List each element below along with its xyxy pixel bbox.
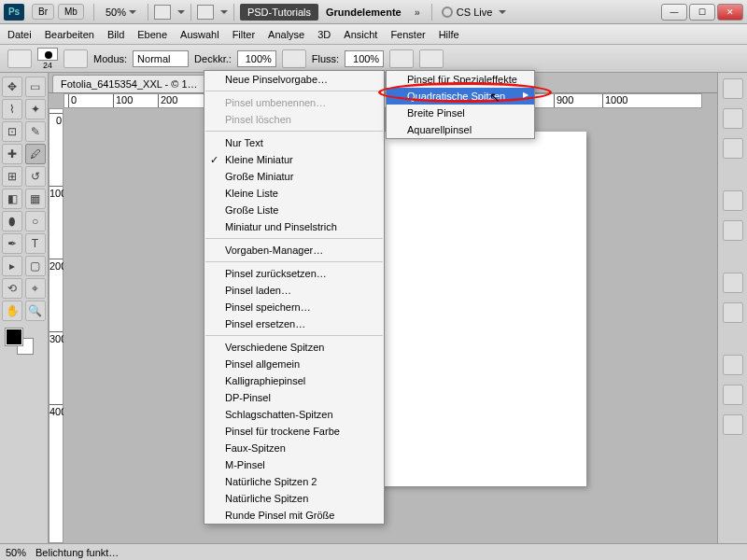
menu-hilfe[interactable]: Hilfe	[439, 29, 459, 40]
blur-tool[interactable]: ⬮	[2, 211, 22, 231]
cm-assorted[interactable]: Verschiedene Spitzen	[204, 339, 384, 356]
type-tool[interactable]: T	[25, 233, 46, 254]
arrange-icon[interactable]	[154, 5, 171, 20]
cm-small-thumb[interactable]: Kleine Miniatur	[204, 151, 384, 168]
eyedropper-tool[interactable]: ✎	[25, 121, 46, 142]
workspace-grundelemente[interactable]: Grundelemente	[318, 4, 409, 21]
cm-preset-manager[interactable]: Vorgaben-Manager…	[204, 242, 384, 259]
3d-tool[interactable]: ⟲	[2, 278, 22, 299]
cm-drymedia[interactable]: Pinsel für trockene Farbe	[204, 423, 384, 440]
gradient-tool[interactable]: ▦	[25, 189, 46, 209]
screenmode-icon[interactable]	[197, 5, 214, 20]
cm-special[interactable]: Pinsel für Spezialeffekte	[387, 71, 534, 88]
menu-3d[interactable]: 3D	[317, 29, 331, 40]
cm-large-list[interactable]: Große Liste	[204, 202, 384, 218]
menu-filter[interactable]: Filter	[233, 29, 255, 40]
eraser-tool[interactable]: ◧	[2, 189, 22, 209]
crop-tool[interactable]: ⊡	[2, 121, 22, 142]
channels-panel-icon[interactable]	[723, 385, 743, 405]
menu-fenster[interactable]: Fenster	[390, 29, 425, 40]
bridge-button[interactable]: Br	[32, 4, 54, 20]
history-panel-icon[interactable]	[723, 273, 743, 293]
minibridge-button[interactable]: Mb	[58, 4, 84, 20]
cm-stroke-thumb[interactable]: Miniatur und Pinselstrich	[204, 218, 384, 235]
document-tab[interactable]: Fotolia_6415354_XXL - © 1… ✕	[52, 75, 219, 92]
zoom-display[interactable]: 50%	[100, 7, 142, 18]
menu-ebene[interactable]: Ebene	[137, 29, 167, 40]
cm-faux[interactable]: Faux-Spitzen	[204, 440, 384, 456]
brush-tool[interactable]: 🖊	[25, 144, 46, 164]
pressure-size-icon[interactable]	[419, 49, 444, 68]
minimize-button[interactable]: —	[661, 4, 687, 21]
cm-wide[interactable]: Breite Pinsel	[387, 105, 534, 121]
cm-new-preset[interactable]: Neue Pinselvorgabe…	[204, 71, 384, 88]
cm-small-list[interactable]: Kleine Liste	[204, 185, 384, 202]
cm-replace[interactable]: Pinsel ersetzen…	[204, 315, 384, 332]
menu-ansicht[interactable]: Ansicht	[344, 29, 377, 40]
cm-round-size[interactable]: Runde Pinsel mit Größe	[204, 507, 384, 524]
cm-basic[interactable]: Pinsel allgemein	[204, 356, 384, 372]
3d-camera-tool[interactable]: ⌖	[25, 278, 46, 299]
cm-dp[interactable]: DP-Pinsel	[204, 389, 384, 406]
cm-save[interactable]: Pinsel speichern…	[204, 299, 384, 315]
hand-tool[interactable]: ✋	[2, 301, 22, 321]
zoom-tool[interactable]: 🔍	[25, 301, 46, 321]
workspace-psd-tutorials[interactable]: PSD-Tutorials	[240, 4, 318, 21]
brush-panel-button[interactable]	[63, 49, 88, 68]
move-tool[interactable]: ✥	[2, 77, 22, 97]
cm-text-only[interactable]: Nur Text	[204, 134, 384, 151]
path-select-tool[interactable]: ▸	[2, 256, 22, 276]
actions-panel-icon[interactable]	[723, 302, 743, 323]
color-panel-icon[interactable]	[723, 78, 743, 99]
layers-panel-icon[interactable]	[723, 355, 743, 375]
adjustments-panel-icon[interactable]	[723, 190, 743, 211]
menu-bearbeiten[interactable]: Bearbeiten	[45, 29, 94, 40]
menu-datei[interactable]: Datei	[7, 29, 32, 40]
toolbox: ✥ ▭ ⌇ ✦ ⊡ ✎ ✚ 🖊 ⊞ ↺ ◧ ▦ ⬮ ○ ✒ T ▸ ▢ ⟲ ⌖ …	[0, 73, 49, 543]
fg-color[interactable]	[6, 329, 22, 345]
fluss-input[interactable]: 100%	[345, 50, 384, 67]
cm-square[interactable]: Quadratische Spitzen	[387, 88, 534, 105]
fluss-label: Fluss:	[312, 53, 339, 64]
deckkraft-input[interactable]: 100%	[237, 50, 276, 67]
cslive-button[interactable]: CS Live	[442, 7, 507, 18]
maximize-button[interactable]: ☐	[689, 4, 715, 21]
patch-tool[interactable]: ✚	[2, 144, 22, 164]
menu-auswahl[interactable]: Auswahl	[180, 29, 219, 40]
swatches-panel-icon[interactable]	[723, 108, 743, 129]
cm-large-thumb[interactable]: Große Miniatur	[204, 168, 384, 185]
pen-tool[interactable]: ✒	[2, 233, 22, 254]
status-zoom[interactable]: 50%	[6, 547, 26, 558]
status-info[interactable]: Belichtung funkt…	[35, 547, 119, 558]
modus-combo[interactable]: Normal	[133, 50, 189, 67]
brush-preview[interactable]: 24	[37, 48, 58, 70]
tool-preset-button[interactable]	[7, 49, 32, 68]
menu-analyse[interactable]: Analyse	[268, 29, 304, 40]
cm-calligraphic[interactable]: Kalligraphiepinsel	[204, 372, 384, 389]
lasso-tool[interactable]: ⌇	[2, 99, 22, 119]
titlebar: Ps Br Mb 50% PSD-Tutorials Grundelemente…	[0, 0, 747, 24]
wand-tool[interactable]: ✦	[25, 99, 46, 119]
shape-tool[interactable]: ▢	[25, 256, 46, 276]
menu-bild[interactable]: Bild	[107, 29, 124, 40]
stamp-tool[interactable]: ⊞	[2, 166, 22, 187]
cm-watercolor[interactable]: Aquarellpinsel	[387, 121, 534, 138]
history-brush-tool[interactable]: ↺	[25, 166, 46, 187]
dodge-tool[interactable]: ○	[25, 211, 46, 231]
close-button[interactable]: ✕	[717, 4, 743, 21]
cm-natural[interactable]: Natürliche Spitzen	[204, 490, 384, 507]
cm-natural2[interactable]: Natürliche Spitzen 2	[204, 473, 384, 490]
styles-panel-icon[interactable]	[723, 138, 743, 159]
pressure-opacity-icon[interactable]	[282, 49, 306, 68]
marquee-tool[interactable]: ▭	[25, 77, 46, 97]
cm-load[interactable]: Pinsel laden…	[204, 282, 384, 299]
color-swatches[interactable]	[2, 327, 46, 355]
cm-reset[interactable]: Pinsel zurücksetzen…	[204, 265, 384, 282]
airbrush-icon[interactable]	[389, 49, 414, 68]
cslive-icon	[442, 7, 453, 18]
paths-panel-icon[interactable]	[723, 414, 743, 435]
masks-panel-icon[interactable]	[723, 220, 743, 241]
cm-mbrushes[interactable]: M-Pinsel	[204, 456, 384, 473]
cm-dropshadow[interactable]: Schlagschatten-Spitzen	[204, 406, 384, 423]
workspace-more[interactable]: »	[409, 7, 426, 18]
